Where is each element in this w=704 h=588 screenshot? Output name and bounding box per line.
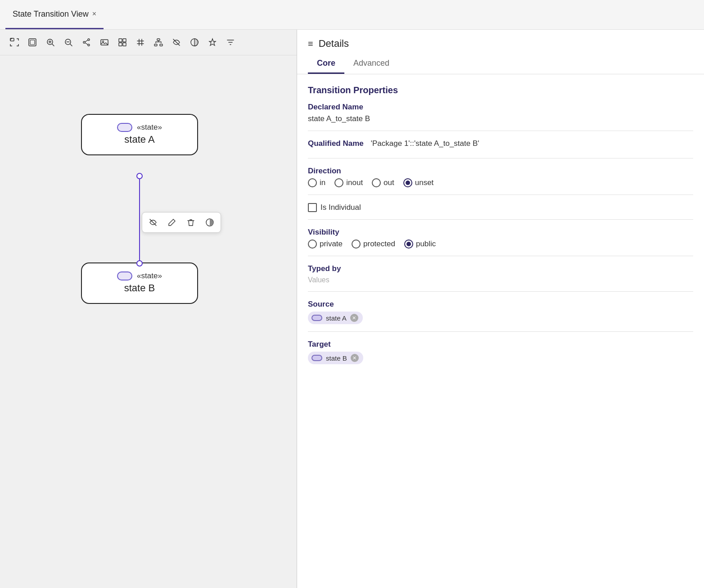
typed-by-value[interactable]: Values (308, 276, 693, 284)
declared-name-group: Declared Name state A_to_state B (308, 103, 693, 131)
details-content: Transition Properties Declared Name stat… (297, 74, 704, 390)
style-connection-button[interactable] (202, 214, 218, 231)
visibility-protected-radio[interactable] (352, 240, 361, 249)
pin-button[interactable] (204, 34, 221, 50)
hamburger-menu-icon[interactable]: ≡ (308, 39, 313, 49)
filter-button[interactable] (222, 34, 239, 50)
zoom-out-button[interactable] (60, 34, 77, 50)
target-group: Target state B ✕ (308, 340, 693, 371)
details-tabs: Core Advanced (297, 54, 704, 74)
svg-rect-16 (160, 44, 162, 46)
target-chip: state B ✕ (308, 352, 363, 364)
layer-toggle-button[interactable] (186, 34, 203, 50)
visibility-private-option[interactable]: private (308, 240, 343, 249)
frame-button[interactable] (24, 34, 41, 50)
source-chip-remove-button[interactable]: ✕ (350, 314, 358, 322)
tab-state-transition[interactable]: State Transition View × (5, 0, 104, 29)
target-chip-icon (311, 355, 322, 361)
visibility-group: Visibility private protected public (308, 228, 693, 256)
qualified-name-label: Qualified Name (308, 139, 364, 148)
section-title: Transition Properties (308, 85, 693, 95)
zoom-in-button[interactable] (42, 34, 59, 50)
tab-core[interactable]: Core (308, 54, 344, 74)
grid-button[interactable] (114, 34, 131, 50)
is-individual-checkbox-item[interactable]: Is Individual (308, 203, 693, 212)
state-a-icon (117, 123, 132, 132)
tab-label: State Transition View (13, 9, 89, 19)
state-b-stereotype: «state» (137, 271, 162, 280)
declared-name-label: Declared Name (308, 103, 693, 112)
connection-toolbar (142, 212, 221, 233)
details-title: Details (319, 38, 349, 50)
is-individual-checkbox[interactable] (308, 203, 317, 212)
diagram-panel: «state» state A «state» state B (0, 30, 297, 588)
direction-out-radio[interactable] (372, 178, 381, 187)
svg-rect-2 (30, 40, 35, 45)
diagram-toolbar (0, 30, 297, 55)
source-group: Source state A ✕ (308, 300, 693, 332)
hash-button[interactable] (132, 34, 149, 50)
hide-connection-button[interactable] (145, 214, 161, 231)
state-a-header: «state» (117, 123, 162, 132)
delete-connection-button[interactable] (183, 214, 199, 231)
state-b-node[interactable]: «state» state B (81, 262, 198, 304)
source-chip-label: state A (326, 314, 347, 322)
direction-out-option[interactable]: out (372, 178, 394, 187)
diagram-canvas[interactable]: «state» state A «state» state B (0, 55, 297, 588)
edit-connection-button[interactable] (164, 214, 180, 231)
svg-point-9 (103, 41, 104, 42)
qualified-name-group: Qualified Name 'Package 1'::'state A_to_… (308, 139, 693, 158)
visibility-radio-group: private protected public (308, 240, 693, 249)
direction-group: Direction in inout out (308, 167, 693, 195)
details-panel: ≡ Details Core Advanced Transition Prope… (297, 30, 704, 588)
typed-by-label: Typed by (308, 264, 693, 273)
direction-in-radio[interactable] (308, 178, 317, 187)
target-chip-label: state B (326, 354, 347, 362)
details-header: ≡ Details (297, 30, 704, 50)
direction-label: Direction (308, 167, 693, 176)
visibility-public-option[interactable]: public (404, 240, 436, 249)
svg-rect-13 (123, 43, 126, 46)
qualified-name-value: 'Package 1'::'state A_to_state B' (371, 139, 479, 148)
main-layout: «state» state A «state» state B (0, 30, 704, 588)
source-label: Source (308, 300, 693, 309)
source-chip-icon (311, 315, 322, 321)
svg-point-6 (88, 44, 90, 46)
state-a-stereotype: «state» (137, 123, 162, 132)
hierarchy-button[interactable] (150, 34, 167, 50)
svg-rect-11 (123, 39, 126, 42)
source-chip: state A ✕ (308, 312, 363, 324)
state-b-header: «state» (117, 271, 162, 280)
hide-labels-button[interactable] (168, 34, 185, 50)
svg-point-7 (83, 41, 85, 43)
image-button[interactable] (96, 34, 113, 50)
is-individual-label: Is Individual (320, 203, 361, 212)
direction-inout-radio[interactable] (334, 178, 343, 187)
tab-advanced[interactable]: Advanced (344, 54, 398, 74)
svg-rect-10 (119, 39, 122, 42)
svg-point-5 (88, 39, 90, 41)
direction-in-option[interactable]: in (308, 178, 325, 187)
visibility-public-radio[interactable] (404, 240, 413, 249)
state-b-name: state B (124, 282, 155, 294)
svg-rect-15 (154, 44, 157, 46)
direction-radio-group: in inout out unset (308, 178, 693, 187)
direction-unset-radio[interactable] (403, 178, 412, 187)
state-b-icon (117, 271, 132, 280)
state-a-name: state A (124, 134, 154, 145)
direction-unset-option[interactable]: unset (403, 178, 434, 187)
fit-view-button[interactable] (6, 34, 23, 50)
target-chip-remove-button[interactable]: ✕ (351, 354, 359, 362)
direction-inout-option[interactable]: inout (334, 178, 363, 187)
share-button[interactable] (78, 34, 95, 50)
visibility-protected-option[interactable]: protected (352, 240, 395, 249)
qualified-name-row: Qualified Name 'Package 1'::'state A_to_… (308, 139, 693, 151)
svg-point-20 (137, 173, 142, 179)
visibility-label: Visibility (308, 228, 693, 237)
tab-close-button[interactable]: × (92, 10, 96, 18)
svg-rect-12 (119, 43, 122, 46)
typed-by-group: Typed by Values (308, 264, 693, 292)
state-a-node[interactable]: «state» state A (81, 114, 198, 155)
declared-name-value[interactable]: state A_to_state B (308, 114, 693, 123)
visibility-private-radio[interactable] (308, 240, 317, 249)
